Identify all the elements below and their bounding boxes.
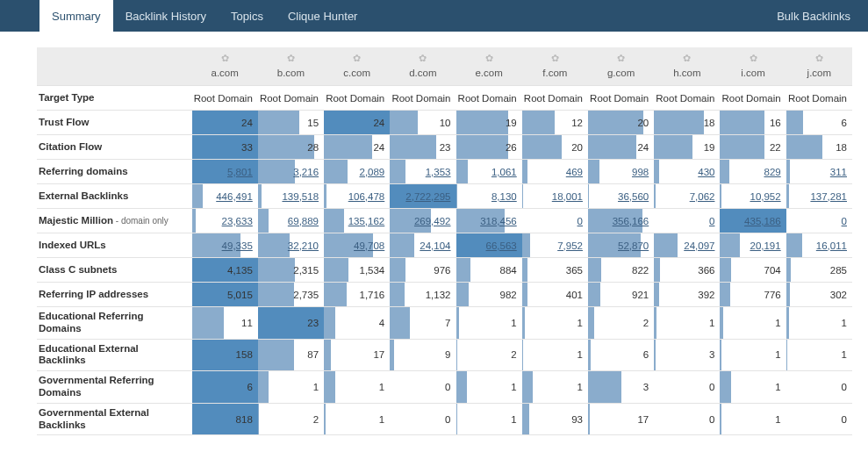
cell[interactable]: 3,216 <box>258 160 324 184</box>
cell[interactable]: 69,889 <box>258 209 324 233</box>
cell[interactable]: 24,104 <box>390 233 456 258</box>
cell[interactable]: 5,801 <box>192 160 258 184</box>
cell[interactable]: 7,062 <box>654 184 720 209</box>
cell-value[interactable]: 269,492 <box>414 216 451 226</box>
cell-value[interactable]: 2,089 <box>359 167 384 177</box>
column-header[interactable]: ✿e.com <box>456 47 522 86</box>
cell[interactable]: 18,001 <box>522 184 588 209</box>
cell[interactable]: 106,478 <box>324 184 390 209</box>
cell-value[interactable]: 0 <box>577 216 583 226</box>
gear-icon[interactable]: ✿ <box>790 53 849 64</box>
cell[interactable]: 430 <box>654 160 720 184</box>
gear-icon[interactable]: ✿ <box>196 53 255 64</box>
cell[interactable]: 10,952 <box>720 184 786 209</box>
cell[interactable]: 0 <box>522 209 588 233</box>
column-header[interactable]: ✿f.com <box>522 47 588 86</box>
cell-value[interactable]: 829 <box>764 167 780 177</box>
cell[interactable]: 52,870 <box>588 233 654 258</box>
cell[interactable]: 20,191 <box>720 233 786 258</box>
cell[interactable]: 8,130 <box>456 184 522 209</box>
cell[interactable]: 829 <box>720 160 786 184</box>
column-header[interactable]: ✿b.com <box>258 47 324 86</box>
cell[interactable]: 16,011 <box>786 233 852 258</box>
cell-value[interactable]: 3,216 <box>293 167 319 177</box>
cell[interactable]: 435,186 <box>720 209 786 233</box>
cell[interactable]: 0 <box>654 209 720 233</box>
cell-value[interactable]: 7,952 <box>557 240 583 251</box>
cell[interactable]: 269,492 <box>390 209 456 233</box>
tab-clique-hunter[interactable]: Clique Hunter <box>276 0 370 32</box>
cell[interactable]: 0 <box>786 209 852 233</box>
cell[interactable]: 446,491 <box>192 184 258 209</box>
cell-value[interactable]: 10,952 <box>750 191 780 202</box>
cell[interactable]: 7,952 <box>522 233 588 258</box>
cell-value[interactable]: 998 <box>632 167 649 177</box>
cell[interactable]: 1,353 <box>390 160 456 184</box>
cell-value[interactable]: 1,353 <box>426 167 451 177</box>
bulk-backlinks-link[interactable]: Bulk Backlinks <box>759 0 868 32</box>
gear-icon[interactable]: ✿ <box>327 53 386 64</box>
cell[interactable]: 998 <box>588 160 654 184</box>
cell[interactable]: 24,097 <box>654 233 720 258</box>
cell-value[interactable]: 446,491 <box>216 191 253 202</box>
tab-summary[interactable]: Summary <box>39 0 113 32</box>
column-header[interactable]: ✿i.com <box>720 47 786 86</box>
cell[interactable]: 66,563 <box>456 233 522 258</box>
cell[interactable]: 23,633 <box>192 209 258 233</box>
cell-value[interactable]: 430 <box>698 167 714 177</box>
cell-value[interactable]: 8,130 <box>491 191 517 202</box>
cell-value[interactable]: 139,518 <box>282 191 319 202</box>
gear-icon[interactable]: ✿ <box>592 53 650 64</box>
cell-value[interactable]: 1,061 <box>491 167 517 177</box>
cell-value[interactable]: 469 <box>566 167 583 177</box>
cell-value[interactable]: 7,062 <box>690 191 715 202</box>
cell-value[interactable]: 0 <box>709 216 714 226</box>
cell-value[interactable]: 49,335 <box>222 240 253 251</box>
gear-icon[interactable]: ✿ <box>393 53 452 64</box>
cell-value[interactable]: 0 <box>842 216 847 226</box>
gear-icon[interactable]: ✿ <box>526 53 585 64</box>
cell-value[interactable]: 2,722,295 <box>405 191 450 202</box>
cell[interactable]: 139,518 <box>258 184 324 209</box>
column-header[interactable]: ✿h.com <box>654 47 720 86</box>
cell-value[interactable]: 36,560 <box>618 191 649 202</box>
gear-icon[interactable]: ✿ <box>262 53 320 64</box>
cell-value[interactable]: 106,478 <box>348 191 385 202</box>
column-header[interactable]: ✿c.com <box>324 47 390 86</box>
cell-value[interactable]: 18,001 <box>552 191 583 202</box>
cell-value[interactable]: 356,166 <box>613 216 649 226</box>
cell[interactable]: 49,708 <box>324 233 390 258</box>
gear-icon[interactable]: ✿ <box>460 53 519 64</box>
cell[interactable]: 469 <box>522 160 588 184</box>
tab-backlink-history[interactable]: Backlink History <box>113 0 219 32</box>
column-header[interactable]: ✿j.com <box>786 47 852 86</box>
gear-icon[interactable]: ✿ <box>723 53 782 64</box>
cell-value[interactable]: 435,186 <box>744 216 781 226</box>
cell-value[interactable]: 69,889 <box>288 216 319 226</box>
cell[interactable]: 356,166 <box>588 209 654 233</box>
cell[interactable]: 32,210 <box>258 233 324 258</box>
cell[interactable]: 36,560 <box>588 184 654 209</box>
cell-value[interactable]: 5,801 <box>227 167 253 177</box>
cell-value[interactable]: 16,011 <box>816 240 847 251</box>
cell[interactable]: 2,722,295 <box>390 184 456 209</box>
cell-value[interactable]: 49,708 <box>354 240 384 251</box>
cell[interactable]: 2,089 <box>324 160 390 184</box>
cell[interactable]: 49,335 <box>192 233 258 258</box>
cell-value[interactable]: 24,104 <box>420 240 450 251</box>
cell[interactable]: 1,061 <box>456 160 522 184</box>
tab-topics[interactable]: Topics <box>219 0 276 32</box>
cell[interactable]: 311 <box>786 160 852 184</box>
cell-value[interactable]: 66,563 <box>486 240 517 251</box>
cell-value[interactable]: 135,162 <box>348 216 385 226</box>
cell-value[interactable]: 23,633 <box>222 216 253 226</box>
cell[interactable]: 318,456 <box>456 209 522 233</box>
cell-value[interactable]: 32,210 <box>288 240 319 251</box>
column-header[interactable]: ✿d.com <box>390 47 456 86</box>
column-header[interactable]: ✿a.com <box>192 47 258 86</box>
cell[interactable]: 135,162 <box>324 209 390 233</box>
cell-value[interactable]: 311 <box>830 167 847 177</box>
cell[interactable]: 137,281 <box>786 184 852 209</box>
cell-value[interactable]: 52,870 <box>618 240 649 251</box>
cell-value[interactable]: 24,097 <box>684 240 714 251</box>
